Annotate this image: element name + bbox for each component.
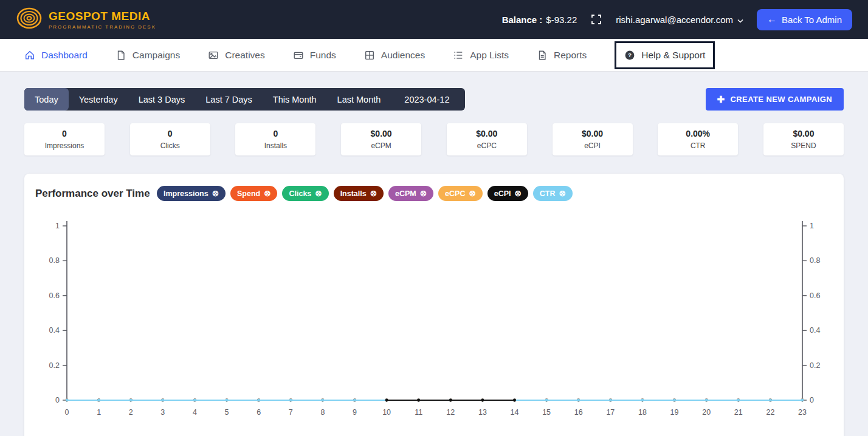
remove-icon[interactable]: ⊗ — [370, 189, 377, 198]
nav-label: Creatives — [225, 50, 264, 61]
svg-text:0.8: 0.8 — [49, 256, 60, 265]
stat-label: Impressions — [27, 141, 102, 150]
nav-item-funds[interactable]: Funds — [293, 50, 336, 61]
legend-label: Impressions — [164, 189, 208, 198]
filter-last-month[interactable]: Last Month — [327, 88, 391, 111]
remove-icon[interactable]: ⊗ — [515, 189, 522, 198]
svg-text:11: 11 — [415, 408, 422, 417]
stat-card-ecpm: $0.00 eCPM — [341, 123, 421, 155]
svg-text:0.4: 0.4 — [810, 326, 820, 335]
nav-item-reports[interactable]: Reports — [537, 50, 587, 61]
svg-text:1: 1 — [55, 222, 60, 230]
filter-last-7-days[interactable]: Last 7 Days — [195, 88, 263, 111]
filter-yesterday[interactable]: Yesterday — [69, 88, 128, 111]
legend-pill-ctr[interactable]: CTR⊗ — [533, 186, 573, 201]
brand-logo-icon — [16, 5, 43, 34]
filter-today[interactable]: Today — [24, 88, 69, 111]
question-circle-icon: ? — [624, 50, 635, 61]
stat-value: $0.00 — [449, 129, 525, 138]
grid-icon — [364, 50, 375, 61]
svg-text:0.6: 0.6 — [810, 291, 820, 300]
create-campaign-button[interactable]: ✚ CREATE NEW CAMPAIGN — [706, 88, 844, 111]
svg-text:0: 0 — [65, 408, 69, 417]
nav-label: Reports — [554, 50, 587, 61]
nav-item-creatives[interactable]: Creatives — [208, 50, 264, 61]
stat-card-impressions: 0 Impressions — [24, 123, 105, 155]
svg-text:10: 10 — [382, 408, 391, 417]
legend-label: eCPC — [445, 189, 465, 198]
plus-icon: ✚ — [717, 95, 725, 104]
remove-icon[interactable]: ⊗ — [315, 189, 322, 198]
arrow-left-icon: ← — [767, 15, 777, 24]
stat-card-installs: 0 Installs — [235, 123, 315, 155]
nav-item-audiences[interactable]: Audiences — [364, 50, 425, 61]
main-nav: Dashboard Campaigns Creatives Funds Audi… — [0, 39, 868, 72]
stat-value: 0 — [133, 129, 208, 138]
performance-chart: 000.20.20.40.40.60.60.80.811012345678910… — [24, 211, 844, 420]
svg-text:5: 5 — [225, 408, 229, 417]
nav-label: Campaigns — [133, 50, 180, 61]
remove-icon[interactable]: ⊗ — [420, 189, 427, 198]
svg-text:0.8: 0.8 — [810, 256, 820, 265]
legend-label: Clicks — [289, 189, 311, 198]
filter-this-month[interactable]: This Month — [263, 88, 327, 111]
stat-card-ecpi: $0.00 eCPI — [553, 123, 633, 155]
nav-item-campaigns[interactable]: Campaigns — [115, 50, 180, 61]
svg-text:20: 20 — [702, 408, 711, 417]
legend-pill-ecpm[interactable]: eCPM⊗ — [388, 186, 433, 201]
stat-card-ecpc: $0.00 eCPC — [447, 123, 527, 155]
legend-pill-ecpi[interactable]: eCPI⊗ — [487, 186, 528, 201]
nav-label: Dashboard — [41, 50, 88, 61]
legend-pill-installs[interactable]: Installs⊗ — [334, 186, 384, 201]
svg-text:?: ? — [628, 52, 632, 58]
stat-label: eCPM — [343, 141, 419, 150]
svg-text:16: 16 — [574, 408, 583, 417]
nav-label: App Lists — [470, 50, 509, 61]
legend-label: Installs — [340, 189, 367, 198]
stat-label: CTR — [660, 141, 735, 150]
date-range-bar: Today Yesterday Last 3 Days Last 7 Days … — [24, 88, 465, 111]
back-to-admin-button[interactable]: ← Back To Admin — [757, 9, 852, 30]
nav-label: Funds — [310, 50, 336, 61]
nav-item-dashboard[interactable]: Dashboard — [24, 50, 88, 61]
stats-row: 0 Impressions 0 Clicks 0 Installs $0.00 … — [24, 123, 844, 155]
fullscreen-icon[interactable] — [590, 13, 602, 26]
svg-text:0: 0 — [55, 396, 60, 404]
svg-text:3: 3 — [160, 408, 165, 417]
nav-item-help-support[interactable]: ? Help & Support — [624, 50, 705, 61]
legend-pill-ecpc[interactable]: eCPC⊗ — [438, 186, 483, 201]
remove-icon[interactable]: ⊗ — [469, 189, 475, 198]
stat-card-clicks: 0 Clicks — [130, 123, 210, 155]
nav-item-app-lists[interactable]: App Lists — [453, 50, 509, 61]
remove-icon[interactable]: ⊗ — [212, 189, 219, 198]
main-content: Today Yesterday Last 3 Days Last 7 Days … — [0, 88, 868, 436]
remove-icon[interactable]: ⊗ — [559, 189, 566, 198]
chart-title: Performance over Time — [35, 188, 157, 200]
user-email: rishi.agarwal@accendor.com — [616, 15, 733, 25]
svg-text:0: 0 — [810, 396, 814, 404]
create-campaign-label: CREATE NEW CAMPAIGN — [731, 95, 832, 104]
chart-card: Performance over Time Impressions⊗ Spend… — [24, 174, 844, 436]
stat-label: eCPI — [555, 141, 630, 150]
user-email-dropdown[interactable]: rishi.agarwal@accendor.com — [616, 15, 743, 25]
svg-text:13: 13 — [478, 408, 487, 417]
svg-text:2: 2 — [129, 408, 133, 417]
remove-icon[interactable]: ⊗ — [264, 189, 270, 198]
stat-card-ctr: 0.00% CTR — [658, 123, 738, 155]
topbar: GEOSPOT MEDIA PROGRAMMATIC TRADING DESK … — [0, 0, 868, 39]
legend-pill-impressions[interactable]: Impressions⊗ — [157, 186, 226, 201]
selected-date[interactable]: 2023-04-12 — [391, 88, 465, 111]
brand-name: GEOSPOT MEDIA — [49, 10, 156, 23]
svg-text:8: 8 — [320, 408, 325, 417]
svg-text:21: 21 — [734, 408, 743, 417]
svg-text:7: 7 — [289, 408, 293, 417]
legend-pill-clicks[interactable]: Clicks⊗ — [282, 186, 328, 201]
home-icon — [24, 50, 35, 61]
legend-pill-spend[interactable]: Spend⊗ — [230, 186, 278, 201]
filter-last-3-days[interactable]: Last 3 Days — [128, 88, 196, 111]
svg-text:1: 1 — [810, 222, 814, 230]
stat-label: eCPC — [449, 141, 525, 150]
stat-card-spend: $0.00 SPEND — [763, 123, 844, 155]
svg-text:0.4: 0.4 — [49, 326, 60, 335]
svg-text:9: 9 — [353, 408, 357, 417]
